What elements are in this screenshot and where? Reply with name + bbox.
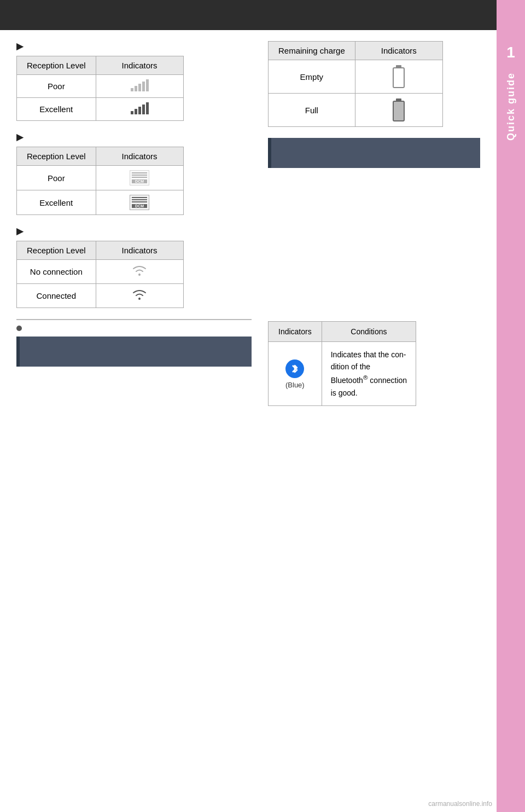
svg-rect-5 — [393, 101, 404, 121]
level-empty: Empty — [269, 60, 355, 94]
icon-signal-poor — [96, 75, 183, 98]
col-indicators-bt: Indicators — [355, 42, 442, 60]
icon-battery-full — [355, 94, 442, 127]
two-column-layout: ▶ Reception Level Indicators Poor — [16, 41, 480, 417]
wifi-connected-icon — [131, 288, 148, 301]
left-column: ▶ Reception Level Indicators Poor — [16, 41, 252, 376]
right-column: Remaining charge Indicators Empty — [268, 41, 480, 417]
right-sidebar: 1 Quick guide — [497, 0, 525, 812]
section-dcm: ▶ Reception Level Indicators Poor — [16, 132, 252, 215]
section-battery: Remaining charge Indicators Empty — [268, 41, 480, 127]
icon-wifi-no-connection — [96, 260, 183, 284]
icon-battery-empty — [355, 60, 442, 94]
signal-excellent-icon — [131, 102, 149, 114]
table-row: Full — [269, 94, 443, 127]
table-row: Poor — [17, 75, 184, 98]
col-indicators-3: Indicators — [96, 241, 183, 260]
bt-condition-cell: Indicates that the con-dition of theBlue… — [322, 342, 416, 406]
left-info-box — [16, 337, 252, 367]
bt-blue-label: (Blue) — [285, 381, 305, 389]
level-poor-2: Poor — [17, 166, 96, 190]
level-excellent-2: Excellent — [17, 190, 96, 215]
section-bluetooth: Indicators Conditions (Blue) — [268, 321, 480, 406]
icon-dcm-excellent: DCM — [96, 190, 183, 215]
table-row: Empty — [269, 60, 443, 94]
col-reception-level-1: Reception Level — [17, 56, 96, 75]
section2-arrow: ▶ — [16, 132, 252, 142]
table-row: No connection — [17, 260, 184, 284]
sidebar-label: Quick guide — [505, 72, 517, 141]
bullet-circle — [16, 326, 22, 331]
col-reception-level-2: Reception Level — [17, 147, 96, 166]
bt-col-conditions: Conditions — [322, 322, 416, 342]
table-row: Connected — [17, 284, 184, 308]
icon-dcm-poor: DCM — [96, 166, 183, 190]
dcm-table: Reception Level Indicators Poor DC — [16, 147, 184, 215]
top-bar — [0, 0, 525, 30]
right-info-box — [268, 138, 480, 168]
col-reception-level-3: Reception Level — [17, 241, 96, 260]
bt-col-indicators: Indicators — [269, 322, 322, 342]
section-signal-bars: ▶ Reception Level Indicators Poor — [16, 41, 252, 121]
col-indicators-2: Indicators — [96, 147, 183, 166]
dcm-poor-icon: DCM — [129, 170, 150, 185]
battery-table: Remaining charge Indicators Empty — [268, 41, 443, 127]
level-no-connection: No connection — [17, 260, 96, 284]
col-remaining-charge: Remaining charge — [269, 42, 355, 60]
level-excellent-1: Excellent — [17, 98, 96, 121]
watermark: carmanualsonline.info — [428, 800, 492, 808]
level-poor-1: Poor — [17, 75, 96, 98]
icon-wifi-connected — [96, 284, 183, 308]
battery-full-icon — [393, 98, 405, 121]
section1-arrow: ▶ — [16, 41, 252, 51]
level-connected: Connected — [17, 284, 96, 308]
bluetooth-table: Indicators Conditions (Blue) — [268, 321, 416, 406]
table-row: Poor DCM — [17, 166, 184, 190]
note-bullet — [16, 323, 252, 331]
battery-empty-icon — [393, 65, 405, 88]
level-full: Full — [269, 94, 355, 127]
signal-poor-icon — [131, 79, 149, 91]
section-wifi: ▶ Reception Level Indicators No connecti… — [16, 226, 252, 308]
table-row: (Blue) Indicates that the con-dition of … — [269, 342, 416, 406]
table-row: Excellent DCM — [17, 190, 184, 215]
bluetooth-icon — [285, 359, 305, 379]
col-indicators-1: Indicators — [96, 56, 183, 75]
divider-line — [16, 319, 252, 320]
svg-point-0 — [138, 274, 141, 276]
svg-rect-3 — [393, 68, 404, 88]
bt-icon-cell: (Blue) — [269, 342, 322, 406]
dcm-excellent-icon: DCM — [129, 195, 150, 210]
signal-bars-table: Reception Level Indicators Poor — [16, 56, 184, 121]
section3-arrow: ▶ — [16, 226, 252, 236]
bt-condition-text: Indicates that the con-dition of theBlue… — [331, 350, 407, 397]
table-row: Excellent — [17, 98, 184, 121]
sidebar-number: 1 — [506, 44, 515, 61]
icon-signal-excellent — [96, 98, 183, 121]
main-content: ▶ Reception Level Indicators Poor — [0, 30, 497, 428]
svg-point-1 — [138, 298, 141, 300]
wifi-no-connection-icon — [131, 264, 148, 277]
wifi-table: Reception Level Indicators No connection — [16, 241, 184, 308]
